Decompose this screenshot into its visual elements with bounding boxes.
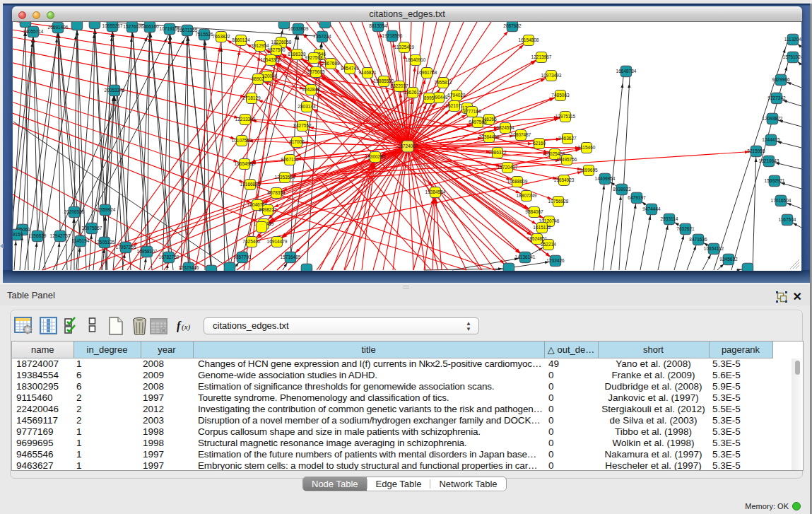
svg-text:8860124: 8860124 (232, 37, 250, 42)
svg-text:1145194: 1145194 (72, 238, 90, 243)
svg-text:14495756: 14495756 (557, 157, 577, 162)
svg-text:8454749: 8454749 (341, 66, 359, 71)
svg-text:9777169: 9777169 (463, 109, 481, 114)
svg-text:12942757: 12942757 (50, 233, 71, 238)
svg-text:20206526: 20206526 (64, 209, 85, 214)
svg-text:1621072: 1621072 (445, 103, 464, 108)
svg-text:3912954: 3912954 (251, 43, 269, 48)
svg-text:18807249: 18807249 (517, 193, 537, 198)
svg-text:10807487: 10807487 (511, 132, 531, 137)
svg-text:8813054: 8813054 (369, 23, 387, 28)
svg-text:8995: 8995 (424, 95, 435, 100)
svg-text:2718129: 2718129 (242, 95, 261, 100)
svg-text:1362615: 1362615 (404, 90, 422, 95)
svg-text:8267110: 8267110 (281, 157, 299, 162)
svg-text:9146821: 9146821 (358, 70, 377, 75)
svg-text:7485063: 7485063 (551, 93, 570, 98)
svg-text:1615132: 1615132 (533, 225, 551, 230)
svg-text:7625402: 7625402 (242, 239, 261, 244)
svg-text:19384554: 19384554 (425, 189, 446, 194)
svg-text:7663822: 7663822 (212, 34, 230, 39)
svg-text:10973493: 10973493 (541, 73, 562, 78)
svg-text:16543362: 16543362 (261, 57, 281, 62)
svg-text:9245612: 9245612 (719, 257, 738, 262)
svg-text:1113204: 1113204 (784, 37, 801, 42)
svg-text:20364436: 20364436 (479, 134, 500, 139)
svg-text:18226058: 18226058 (271, 40, 292, 45)
svg-text:15692971: 15692971 (765, 178, 785, 183)
svg-text:12213349: 12213349 (235, 117, 256, 122)
svg-text:10107553: 10107553 (232, 138, 252, 143)
svg-text:19166825: 19166825 (240, 182, 261, 187)
svg-text:9827500: 9827500 (267, 47, 286, 52)
svg-text:2803144: 2803144 (298, 104, 316, 109)
svg-text:20691406: 20691406 (48, 25, 69, 30)
svg-text:19654965: 19654965 (235, 161, 255, 166)
svg-text:8186328: 8186328 (288, 52, 306, 57)
svg-text:9242848: 9242848 (302, 87, 320, 92)
svg-text:6479197: 6479197 (628, 195, 646, 200)
svg-text:(x): (x) (182, 322, 191, 332)
svg-text:15885520: 15885520 (374, 78, 394, 83)
svg-text:8215955: 8215955 (747, 148, 765, 153)
svg-text:f: f (177, 320, 182, 332)
svg-text:39159: 39159 (13, 232, 23, 237)
svg-text:9329966: 9329966 (772, 77, 790, 82)
svg-text:252214: 252214 (541, 242, 556, 247)
svg-text:19654923: 19654923 (554, 177, 575, 182)
svg-text:10655267: 10655267 (102, 23, 123, 28)
svg-text:8678354: 8678354 (267, 190, 286, 195)
svg-text:16154808: 16154808 (519, 37, 539, 42)
svg-text:9115460: 9115460 (578, 145, 596, 150)
svg-text:30975867: 30975867 (82, 226, 102, 230)
svg-text:12323446: 12323446 (179, 265, 199, 270)
svg-text:15716485: 15716485 (281, 255, 301, 259)
svg-text:7955812: 7955812 (434, 80, 452, 85)
svg-text:3375685: 3375685 (307, 69, 325, 74)
svg-text:14136141: 14136141 (515, 255, 536, 259)
svg-text:8427552: 8427552 (293, 123, 312, 128)
svg-text:7515526: 7515526 (195, 32, 213, 37)
svg-text:16961758: 16961758 (417, 70, 437, 75)
svg-text:8498222: 8498222 (259, 207, 277, 212)
svg-text:16210643: 16210643 (759, 158, 779, 163)
svg-text:9327508: 9327508 (305, 55, 323, 60)
svg-text:817006: 817006 (289, 139, 305, 144)
svg-text:14055714: 14055714 (23, 29, 44, 34)
svg-text:1156829: 1156829 (29, 233, 47, 238)
svg-text:2933114: 2933114 (661, 216, 678, 221)
svg-text:19218596: 19218596 (382, 33, 403, 38)
svg-text:2087682: 2087682 (503, 23, 522, 28)
svg-text:9699695: 9699695 (579, 168, 598, 173)
svg-text:12213967: 12213967 (531, 54, 552, 59)
svg-text:16033809: 16033809 (288, 26, 309, 31)
svg-text:9857791: 9857791 (233, 255, 252, 259)
svg-text:7632621: 7632621 (676, 226, 695, 231)
svg-text:6794028: 6794028 (447, 93, 466, 98)
svg-text:17957255: 17957255 (116, 245, 136, 250)
svg-text:1527602: 1527602 (123, 24, 141, 29)
svg-text:98902: 98902 (252, 76, 264, 81)
svg-text:12353594: 12353594 (275, 175, 295, 180)
svg-text:20053346: 20053346 (105, 88, 125, 93)
svg-text:9227342: 9227342 (767, 95, 786, 100)
svg-text:15720407: 15720407 (498, 165, 518, 170)
svg-text:17359924: 17359924 (95, 207, 116, 212)
svg-text:9474444: 9474444 (642, 206, 661, 211)
svg-text:16782759: 16782759 (159, 255, 180, 259)
svg-text:10958107: 10958107 (137, 249, 158, 254)
svg-text:18724007: 18724007 (398, 144, 418, 148)
svg-text:12093872: 12093872 (763, 116, 783, 121)
svg-text:12975115: 12975115 (555, 114, 576, 119)
svg-text:6466160: 6466160 (141, 24, 159, 29)
svg-text:10756928: 10756928 (548, 199, 569, 204)
svg-text:8322037: 8322037 (390, 83, 408, 88)
svg-text:8471636: 8471636 (689, 237, 707, 242)
svg-text:15751024: 15751024 (783, 54, 801, 59)
svg-text:1167534: 1167534 (779, 217, 796, 222)
svg-text:9884067: 9884067 (525, 209, 543, 214)
svg-text:2367608: 2367608 (322, 61, 340, 66)
svg-text:14409954: 14409954 (595, 176, 616, 181)
svg-text:1244415: 1244415 (762, 137, 780, 142)
svg-text:10654112: 10654112 (704, 246, 724, 251)
